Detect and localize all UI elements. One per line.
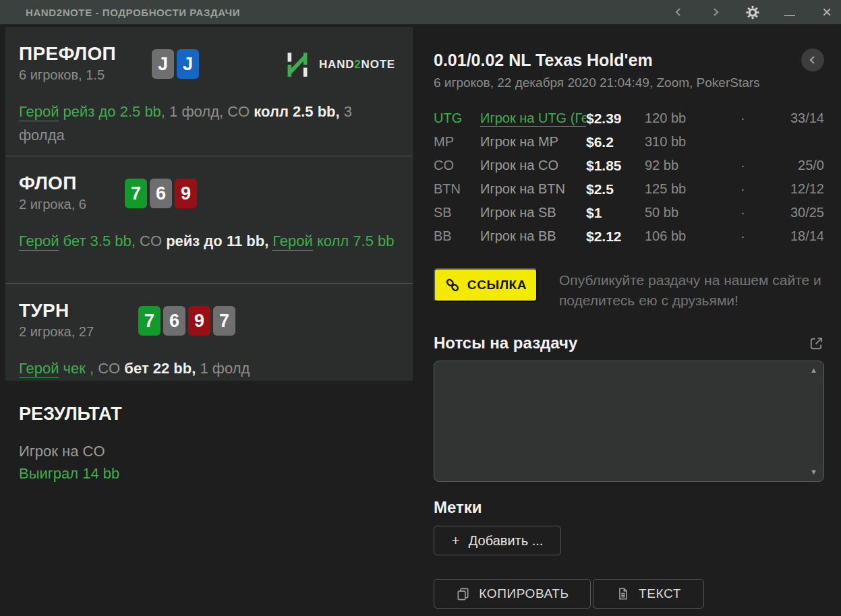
player-stack-bb: 125 bb: [645, 181, 741, 197]
player-stack: $1: [586, 205, 645, 221]
player-stats: 25/0: [798, 158, 824, 173]
player-row: BB Игрок на BB $2.12 106 bb ·18/14: [434, 224, 824, 248]
card-7-spades: 7: [213, 306, 235, 336]
nav-forward-button[interactable]: [708, 4, 723, 20]
hero-link[interactable]: Герой: [19, 233, 59, 251]
player-position: BTN: [434, 181, 480, 197]
hero-link[interactable]: Герой: [19, 103, 59, 121]
player-stack-bb: 92 bb: [645, 158, 741, 173]
player-stack-bb: 310 bb: [645, 134, 741, 150]
settings-button[interactable]: [745, 4, 760, 20]
street-section-preflop: ПРЕФЛОП 6 игроков, 1.5 J J HAND2NOTE Гер…: [5, 27, 413, 156]
street-meta: 2 игрока, 6: [19, 197, 399, 212]
card-6-spades: 6: [163, 306, 185, 336]
text-button[interactable]: ТЕКСТ: [593, 579, 704, 609]
player-position: SB: [434, 205, 480, 220]
player-row: BTN Игрок на BTN $2.5 125 bb ·12/12: [434, 177, 824, 201]
street-title: ФЛОП: [19, 173, 399, 194]
add-tag-label: Добавить ...: [469, 533, 544, 549]
result-title: РЕЗУЛЬТАТ: [19, 404, 399, 425]
player-stats: 30/25: [790, 205, 824, 220]
card-9-hearts: 9: [188, 306, 210, 336]
street-action-preflop: Герой рейз до 2.5 bb, 1 фолд, CO колл 2.…: [19, 100, 399, 147]
player-name-link[interactable]: Игрок на BB: [480, 228, 586, 244]
player-name-link[interactable]: Игрок на CO: [480, 158, 586, 173]
scroll-up-icon[interactable]: ▲: [810, 367, 817, 374]
board-cards-flop: 7 6 9: [125, 179, 197, 208]
player-name-link[interactable]: Игрок на UTG (Герой: [480, 111, 586, 127]
player-row: UTG Игрок на UTG (Герой $2.39 120 bb ·33…: [434, 106, 824, 130]
gear-icon: [745, 5, 760, 20]
close-icon: ×: [822, 5, 832, 19]
share-link-label: ССЫЛКА: [467, 278, 527, 292]
copy-icon: [455, 586, 471, 602]
result-outcome: Выиграл 14 bb: [19, 465, 399, 483]
player-stack-bb: 50 bb: [645, 205, 741, 220]
player-name-link[interactable]: Игрок на MP: [480, 134, 586, 150]
notes-title: Нотсы на раздачу: [434, 334, 577, 352]
minimize-icon: [784, 15, 795, 16]
text-button-label: ТЕКСТ: [639, 586, 681, 601]
chevron-left-icon: [806, 53, 819, 67]
stats-dot: ·: [741, 111, 745, 126]
minimize-button[interactable]: [782, 4, 797, 20]
board-cards-turn: 7 6 9 7: [138, 306, 235, 336]
player-position: UTG: [434, 111, 480, 126]
open-notes-button[interactable]: [809, 336, 824, 351]
scroll-down-icon[interactable]: ▼: [810, 468, 817, 476]
copy-button-label: КОПИРОВАТЬ: [479, 586, 569, 601]
share-promo-text: Опубликуйте раздачу на нашем сайте и под…: [559, 270, 824, 311]
hero-link[interactable]: Герой: [19, 360, 59, 378]
plus-icon: +: [452, 532, 460, 549]
player-stack-bb: 120 bb: [645, 111, 741, 126]
player-stats: 33/14: [790, 111, 824, 126]
player-name-link[interactable]: Игрок на SB: [480, 205, 586, 220]
street-action-turn: Герой чек , CO бет 22 bb, 1 фолд: [19, 357, 399, 380]
hero-link[interactable]: Герой: [272, 233, 312, 251]
player-position: BB: [434, 228, 480, 244]
street-section-flop: ФЛОП 2 игрока, 6 7 6 9 Герой бет 3.5 bb,…: [5, 156, 413, 283]
player-name-link[interactable]: Игрок на BTN: [480, 181, 586, 197]
nav-back-button[interactable]: [671, 4, 686, 20]
stats-dot: ·: [741, 228, 745, 244]
titlebar: HAND2NOTE - ПОДРОБНОСТИ РАЗДАЧИ: [0, 0, 841, 24]
card-9-hearts: 9: [175, 179, 197, 208]
players-table: UTG Игрок на UTG (Герой $2.39 120 bb ·33…: [434, 106, 824, 248]
player-row: CO Игрок на CO $1.85 92 bb ·25/0: [434, 154, 824, 177]
notes-box: ▲ ▼: [434, 361, 824, 482]
copy-button[interactable]: КОПИРОВАТЬ: [434, 579, 591, 609]
notes-textarea[interactable]: [434, 361, 823, 481]
add-tag-button[interactable]: + Добавить ...: [434, 526, 561, 555]
share-link-button[interactable]: ССЫЛКА: [434, 268, 538, 302]
player-row: MP Игрок на MP $6.2 310 bb: [434, 130, 824, 154]
close-button[interactable]: ×: [819, 4, 834, 20]
card-7-clubs: 7: [138, 306, 161, 336]
player-stack: $2.39: [586, 111, 645, 127]
card-7-clubs: 7: [125, 179, 147, 208]
hand2note-logo-icon: [284, 51, 311, 78]
hand2note-window: HAND2NOTE - ПОДРОБНОСТИ РАЗДАЧИ: [0, 0, 841, 616]
window-title: HAND2NOTE - ПОДРОБНОСТИ РАЗДАЧИ: [26, 7, 240, 18]
player-stack: $2.5: [586, 181, 645, 197]
link-icon: [444, 277, 461, 293]
forward-icon: [709, 5, 722, 19]
hand-details-panel: 0.01/0.02 NL Texas Hold'em 6 игроков, 22…: [434, 27, 824, 609]
hand-history-panel: ПРЕФЛОП 6 игроков, 1.5 J J HAND2NOTE Гер…: [5, 27, 413, 483]
player-stats: 12/12: [790, 181, 824, 197]
game-title: 0.01/0.02 NL Texas Hold'em: [434, 51, 653, 70]
player-position: CO: [434, 158, 480, 173]
player-stack-bb: 106 bb: [645, 228, 741, 244]
player-stats: 18/14: [790, 228, 824, 244]
player-stack: $6.2: [586, 134, 645, 150]
hand2note-logo: HAND2NOTE: [284, 51, 395, 78]
collapse-panel-button[interactable]: [801, 49, 824, 71]
result-player: Игрок на CO: [19, 443, 399, 460]
hole-cards: J J: [152, 49, 199, 79]
stats-dot: ·: [741, 158, 745, 173]
document-icon: [616, 586, 631, 601]
card-jack-spades: J: [152, 49, 174, 79]
player-position: MP: [434, 134, 480, 150]
card-6-spades: 6: [150, 179, 172, 208]
titlebar-controls: ×: [671, 0, 834, 24]
hand2note-wordmark: HAND2NOTE: [319, 58, 395, 71]
